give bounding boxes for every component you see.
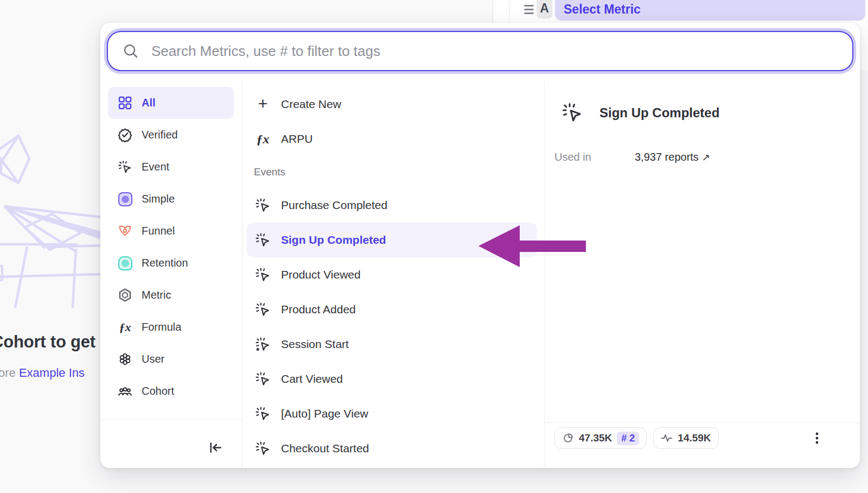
sidebar-item-label: Retention	[142, 257, 188, 269]
list-item-label: Checkout Started	[281, 442, 369, 455]
sidebar-item-user[interactable]: User	[108, 343, 234, 375]
example-insights-link[interactable]: Example Ins	[19, 366, 85, 380]
sidebar-item-label: User	[142, 353, 164, 365]
metric-detail-panel: Sign Up Completed Used in 3,937 reports↗…	[545, 81, 860, 468]
formula-fx-icon: ƒx	[255, 131, 271, 147]
metric-picker-modal: All Verified Event Simple Funnel Retenti…	[100, 23, 860, 468]
link-prefix-text: ore	[0, 366, 16, 380]
sidebar-item-label: Metric	[142, 289, 171, 301]
select-metric-control[interactable]: Select Metric	[555, 0, 865, 21]
sidebar-item-label: Event	[142, 161, 169, 173]
sidebar-item-cohort[interactable]: Cohort	[108, 375, 234, 407]
metric-list: + Create New ƒx ARPU Events Purchase Com…	[247, 87, 537, 466]
sidebar-item-formula[interactable]: ƒx Formula	[108, 311, 234, 343]
list-item-label: Sign Up Completed	[281, 233, 386, 246]
drag-handle-icon[interactable]	[524, 5, 534, 17]
cursor-click-icon	[255, 232, 271, 248]
funnel-icon	[118, 224, 132, 238]
kebab-icon	[810, 431, 824, 445]
list-item-product-added[interactable]: Product Added	[247, 292, 537, 327]
user-flower-icon	[118, 352, 132, 366]
used-in-row: Used in 3,937 reports↗	[554, 151, 847, 163]
grid-icon	[118, 96, 132, 110]
list-item-label: Purchase Completed	[281, 199, 387, 212]
cursor-click-star-icon	[255, 337, 271, 352]
cursor-click-icon	[255, 371, 271, 387]
list-item-session-start[interactable]: Session Start	[247, 327, 537, 362]
events-section-header: Events	[247, 156, 537, 188]
create-new-button[interactable]: + Create New	[247, 87, 537, 122]
simple-icon	[118, 192, 132, 206]
detail-footer: 47.35K # 2 14.59K	[545, 422, 860, 468]
search-icon	[122, 42, 139, 60]
list-item-label: ARPU	[281, 132, 312, 146]
cursor-click-icon	[255, 302, 271, 318]
cursor-click-icon	[255, 441, 271, 457]
sidebar-footer-divider	[100, 419, 242, 420]
stat-value: 47.35K	[579, 432, 612, 444]
sidebar-item-label: Verified	[142, 129, 178, 141]
verified-badge-icon	[118, 128, 132, 142]
sidebar-item-all[interactable]: All	[108, 87, 234, 119]
list-item-label: Create New	[281, 98, 341, 111]
list-item-label: Product Added	[281, 303, 356, 316]
list-item-product-viewed[interactable]: Product Viewed	[247, 257, 537, 292]
more-options-button[interactable]	[808, 428, 826, 448]
pulse-icon	[661, 432, 673, 444]
cohort-people-icon	[118, 384, 132, 399]
sidebar-item-verified[interactable]: Verified	[108, 119, 234, 151]
search-bar[interactable]	[107, 31, 853, 71]
type-filter-sidebar: All Verified Event Simple Funnel Retenti…	[108, 87, 234, 407]
list-item-sign-up-completed[interactable]: Sign Up Completed	[247, 223, 537, 257]
card-divider	[509, 0, 509, 24]
stat-value: 14.59K	[678, 432, 711, 444]
background-heading-fragment: Cohort to get s	[0, 332, 109, 352]
series-a-badge: A	[537, 0, 552, 18]
sidebar-item-label: Cohort	[142, 385, 174, 397]
list-item-cart-viewed[interactable]: Cart Viewed	[247, 362, 537, 396]
sidebar-item-metric[interactable]: Metric	[108, 279, 234, 311]
used-in-label: Used in	[554, 151, 635, 163]
sidebar-item-funnel[interactable]: Funnel	[108, 215, 234, 247]
sidebar-item-retention[interactable]: Retention	[108, 247, 234, 279]
select-metric-label: Select Metric	[564, 2, 641, 17]
external-link-arrow-icon: ↗	[702, 152, 710, 163]
list-item-purchase-completed[interactable]: Purchase Completed	[247, 188, 537, 223]
collapse-sidebar-button[interactable]	[205, 437, 226, 458]
list-item-label: Cart Viewed	[281, 372, 343, 385]
detail-title: Sign Up Completed	[599, 102, 719, 121]
cursor-click-icon	[561, 102, 583, 124]
cursor-click-icon	[255, 406, 271, 422]
metric-hexagon-icon	[118, 288, 132, 302]
sidebar-item-label: All	[142, 97, 156, 109]
sidebar-item-label: Funnel	[142, 225, 175, 237]
search-input[interactable]	[151, 43, 852, 60]
activity-count-pill[interactable]: 14.59K	[653, 427, 718, 449]
list-item-checkout-started[interactable]: Checkout Started	[247, 431, 537, 466]
cursor-click-icon	[118, 160, 132, 174]
list-item-label: Product Viewed	[281, 268, 361, 281]
pie-chart-icon	[562, 432, 574, 444]
cursor-click-icon	[255, 198, 271, 213]
collapse-icon	[208, 440, 223, 455]
formula-fx-icon: ƒx	[118, 320, 132, 334]
list-item-auto-page-view[interactable]: [Auto] Page View	[247, 396, 537, 431]
plus-icon: +	[255, 97, 271, 112]
background-link-line: ore Example Ins	[0, 366, 85, 380]
cursor-click-icon	[255, 267, 271, 283]
rank-badge: # 2	[617, 432, 639, 445]
list-item-label: [Auto] Page View	[281, 407, 368, 420]
list-item-label: Session Start	[281, 338, 349, 351]
report-count-pill[interactable]: 47.35K # 2	[554, 427, 647, 449]
sidebar-item-label: Simple	[142, 193, 175, 205]
screen: Cohort to get s ore Example Ins A Select…	[0, 0, 868, 493]
sidebar-item-label: Formula	[142, 321, 181, 333]
sidebar-divider	[242, 81, 242, 468]
used-in-reports-link[interactable]: 3,937 reports↗	[635, 151, 710, 163]
list-item-arpu[interactable]: ƒx ARPU	[247, 122, 537, 156]
retention-icon	[118, 256, 132, 270]
sidebar-item-simple[interactable]: Simple	[108, 183, 234, 215]
sidebar-item-event[interactable]: Event	[108, 151, 234, 183]
